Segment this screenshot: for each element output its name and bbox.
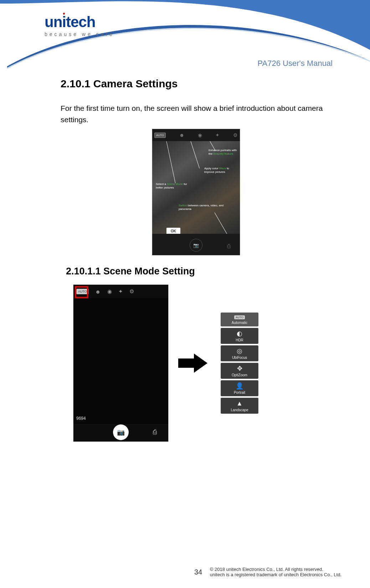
intro-screenshot: AUTO ☻ ◉ ✦ ⚙ Enhance portraits with the … — [152, 129, 240, 255]
manual-title: PA726 User's Manual — [258, 59, 333, 68]
menu-hdr[interactable]: ◐ HDR — [221, 328, 258, 344]
gear-icon: ⚙ — [233, 132, 238, 138]
portrait-icon: 👤 — [221, 383, 258, 389]
frame-count: 9694 — [76, 416, 86, 421]
menu-label: Portrait — [234, 391, 245, 394]
menu-ubifocus[interactable]: ◎ UbiFocus — [221, 346, 258, 361]
content-area: 2.10.1 Camera Settings For the first tim… — [61, 78, 332, 442]
face-icon: ☻ — [179, 132, 185, 138]
ubifocus-icon: ◎ — [221, 348, 258, 354]
highlight-box — [75, 286, 88, 298]
menu-label: Landscape — [231, 408, 248, 412]
callout-switch: Switch between camera, video, and panora… — [179, 204, 225, 211]
menu-portrait[interactable]: 👤 Portrait — [221, 381, 258, 396]
switch-camera-icon[interactable]: ⎙ — [153, 428, 157, 436]
intro-topbar: AUTO ☻ ◉ ✦ ⚙ — [152, 129, 240, 141]
trademark-line: unitech is a registered trademark of uni… — [210, 572, 341, 577]
auto-mode-chip: AUTO — [154, 133, 166, 138]
switch-camera-icon[interactable]: ⎙ — [227, 243, 231, 249]
beautify-icon: ✦ — [215, 132, 220, 138]
filter-icon: ◉ — [198, 132, 202, 138]
menu-label: UbiFocus — [232, 356, 247, 360]
menu-automatic[interactable]: AUTO Automatic — [221, 313, 258, 326]
manual-page: uni•tech because we care PA726 User's Ma… — [0, 0, 370, 588]
menu-label: Automatic — [232, 321, 247, 325]
callout-filters: Apply color filters to improve pictures — [204, 167, 237, 174]
gear-icon[interactable]: ⚙ — [129, 288, 134, 295]
section-heading: 2.10.1 Camera Settings — [61, 78, 332, 90]
brand-logo: uni•tech because we care — [45, 14, 114, 37]
menu-label: HDR — [236, 338, 243, 342]
callout-scene-mode: Select a Scene Mode for better pictures — [156, 182, 188, 190]
shutter-button[interactable]: 📷 — [113, 424, 129, 440]
arrow-icon — [178, 354, 207, 373]
hdr-icon: ◐ — [221, 330, 258, 337]
scene-row: AUTO ☻ ◉ ✦ ⚙ 9694 📷 ⎙ AUTO — [61, 285, 332, 442]
brand-tagline: because we care — [45, 31, 114, 37]
scene-screenshot: AUTO ☻ ◉ ✦ ⚙ 9694 📷 ⎙ — [73, 285, 168, 442]
landscape-icon: ▲ — [221, 400, 258, 407]
page-number: 34 — [194, 568, 202, 576]
menu-label: OptiZoom — [232, 373, 247, 377]
auto-chip-icon: AUTO — [234, 315, 245, 319]
copyright-line: © 2018 unitech Electronics Co., Ltd. All… — [210, 567, 323, 572]
intro-paragraph: For the first time turn on, the screen w… — [61, 103, 332, 125]
face-icon[interactable]: ☻ — [95, 289, 101, 295]
subsection-heading: 2.10.1.1 Scene Mode Setting — [66, 266, 332, 277]
svg-marker-0 — [178, 354, 207, 373]
scene-mode-menu: AUTO Automatic ◐ HDR ◎ UbiFocus ✥ OptiZo… — [221, 313, 258, 413]
shutter-button[interactable]: 📷 — [190, 239, 202, 252]
brand-name: uni•tech — [45, 14, 114, 31]
menu-landscape[interactable]: ▲ Landscape — [221, 398, 258, 413]
optizoom-icon: ✥ — [221, 365, 258, 372]
menu-optizoom[interactable]: ✥ OptiZoom — [221, 363, 258, 378]
filter-icon[interactable]: ◉ — [107, 288, 112, 295]
page-footer: 34 © 2018 unitech Electronics Co., Ltd. … — [194, 567, 341, 577]
beautify-icon[interactable]: ✦ — [118, 288, 123, 295]
callout-beautify: Enhance portraits with the Beautify feat… — [209, 149, 237, 156]
